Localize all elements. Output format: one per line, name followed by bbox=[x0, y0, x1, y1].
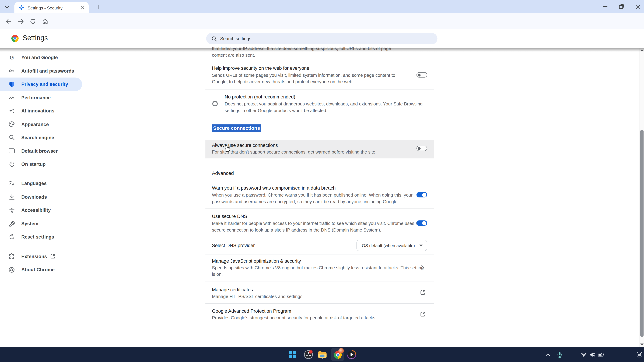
profile-badge bbox=[338, 348, 344, 354]
sidebar-item-languages[interactable]: Languages bbox=[0, 177, 94, 190]
password-warn-desc: When you use a password, Chrome warns yo… bbox=[212, 193, 413, 197]
always-secure-desc: For sites that don't support secure conn… bbox=[212, 149, 375, 154]
password-warn-title: Warn you if a password was compromised i… bbox=[212, 186, 336, 190]
manage-certs-link[interactable] bbox=[420, 289, 426, 295]
password-warn-toggle[interactable] bbox=[416, 192, 427, 197]
tray-overflow-button[interactable] bbox=[543, 350, 553, 360]
start-button[interactable] bbox=[288, 350, 297, 360]
scrollbar-thumb[interactable] bbox=[640, 130, 644, 337]
window-maximize-button[interactable] bbox=[615, 1, 628, 11]
home-button[interactable] bbox=[40, 17, 49, 25]
tab-search-button[interactable] bbox=[3, 3, 11, 11]
sidebar-item-label: On startup bbox=[21, 162, 46, 167]
sidebar-item-label: About Chrome bbox=[21, 267, 54, 272]
window-minimize-button[interactable] bbox=[599, 1, 611, 11]
chrome-taskbar-button[interactable] bbox=[333, 350, 342, 360]
advanced-header: Advanced bbox=[212, 170, 234, 176]
tab-close-button[interactable] bbox=[79, 4, 86, 11]
wifi-icon bbox=[580, 352, 586, 357]
sidebar-item-autofill[interactable]: Autofill and passwords bbox=[0, 64, 94, 77]
settings-gear-favicon bbox=[19, 5, 24, 10]
always-secure-title: Always use secure connections bbox=[212, 143, 278, 148]
sidebar-item-label: Performance bbox=[21, 95, 51, 100]
sidebar-gap bbox=[0, 171, 94, 177]
sidebar-item-label: Languages bbox=[21, 181, 47, 186]
intro-line: content are also sent. bbox=[212, 52, 255, 57]
sidebar-item-label: You and Google bbox=[21, 55, 58, 60]
sidebar-item-default-browser[interactable]: Default browser bbox=[0, 144, 94, 158]
scroll-down-arrow[interactable] bbox=[640, 344, 644, 346]
sidebar-item-label: Appearance bbox=[21, 122, 49, 127]
intro-clipped-line: that hides your IP address. If a site do… bbox=[212, 46, 391, 51]
puzzle-icon bbox=[8, 253, 15, 260]
back-button[interactable] bbox=[4, 17, 12, 25]
help-improve-toggle[interactable] bbox=[416, 72, 427, 78]
scroll-up-arrow[interactable] bbox=[640, 49, 644, 51]
close-icon bbox=[636, 4, 640, 9]
key-icon bbox=[8, 68, 15, 74]
sidebar-item-reset-settings[interactable]: Reset settings bbox=[0, 230, 94, 244]
sidebar-item-label: Autofill and passwords bbox=[21, 68, 74, 73]
sidebar-item-extensions[interactable]: Extensions bbox=[0, 250, 94, 263]
manage-js-desc: is on. bbox=[212, 272, 223, 277]
sidebar-item-accessibility[interactable]: Accessibility bbox=[0, 204, 94, 217]
obs-taskbar-button[interactable] bbox=[304, 350, 313, 360]
desktop-screen: Settings - Security bbox=[0, 0, 644, 362]
sidebar-item-on-startup[interactable]: On startup bbox=[0, 158, 94, 171]
divider bbox=[205, 303, 434, 304]
page-scrollbar[interactable] bbox=[639, 48, 644, 347]
no-protection-radio[interactable] bbox=[212, 101, 218, 106]
accessibility-icon bbox=[8, 207, 15, 213]
page-title: Settings bbox=[22, 34, 48, 42]
always-secure-toggle[interactable] bbox=[416, 146, 427, 151]
media-player-button[interactable] bbox=[347, 350, 356, 360]
microphone-tray-button[interactable] bbox=[554, 350, 564, 360]
minimize-icon bbox=[603, 6, 607, 7]
chevron-up-icon bbox=[546, 354, 550, 356]
help-improve-desc: Google, to help discover new threats and… bbox=[212, 79, 354, 84]
plus-icon bbox=[96, 4, 100, 9]
sidebar-item-label: Search engine bbox=[21, 135, 54, 140]
browser-tab[interactable]: Settings - Security bbox=[14, 2, 89, 13]
no-protection-desc: Does not protect you against dangerous w… bbox=[225, 101, 422, 106]
sidebar-item-appearance[interactable]: Appearance bbox=[0, 117, 94, 131]
sidebar-divider bbox=[0, 246, 94, 247]
notification-center-button[interactable] bbox=[634, 350, 644, 360]
sidebar-item-ai-innovations[interactable]: AI innovations bbox=[0, 104, 94, 117]
reload-button[interactable] bbox=[28, 17, 37, 25]
sidebar-item-search-engine[interactable]: Search engine bbox=[0, 131, 94, 144]
dns-provider-label: Select DNS provider bbox=[212, 243, 255, 248]
battery-tray-button[interactable] bbox=[596, 350, 606, 360]
power-icon bbox=[8, 161, 15, 167]
settings-search-input[interactable]: Search settings bbox=[206, 33, 437, 44]
forward-button[interactable] bbox=[16, 17, 25, 25]
sidebar-item-about-chrome[interactable]: About Chrome bbox=[0, 263, 94, 276]
search-icon bbox=[212, 36, 217, 41]
window-close-button[interactable] bbox=[632, 1, 644, 11]
divider bbox=[205, 254, 434, 254]
chrome-icon bbox=[8, 267, 15, 273]
speaker-icon bbox=[590, 352, 596, 357]
wifi-tray-button[interactable] bbox=[579, 350, 588, 360]
chevron-right-icon bbox=[421, 265, 424, 270]
external-link-icon bbox=[420, 311, 426, 317]
sidebar-item-label: System bbox=[21, 221, 38, 226]
manage-js-row-button[interactable] bbox=[420, 265, 426, 271]
dns-provider-select[interactable]: OS default (when available) bbox=[356, 240, 427, 251]
sidebar-item-system[interactable]: System bbox=[0, 217, 94, 230]
sidebar-item-performance[interactable]: Performance bbox=[0, 91, 94, 104]
help-improve-desc: Sends URLs of some pages you visit, limi… bbox=[212, 72, 395, 77]
sidebar-item-privacy-security[interactable]: Privacy and security bbox=[0, 78, 82, 91]
windows-taskbar: ENG US 11:42 pm 13 Oct 2025 bbox=[0, 347, 644, 362]
sidebar-item-you-and-google[interactable]: G You and Google bbox=[0, 51, 94, 64]
advanced-protection-link[interactable] bbox=[420, 311, 426, 317]
sidebar-item-downloads[interactable]: Downloads bbox=[0, 190, 94, 204]
wrench-icon bbox=[8, 221, 15, 227]
browser-toolbar: Chrome chrome://settings/security bbox=[0, 13, 644, 29]
windows-logo-icon bbox=[289, 351, 296, 358]
sidebar-item-label: Default browser bbox=[21, 148, 58, 153]
new-tab-button[interactable] bbox=[94, 3, 102, 10]
file-explorer-button[interactable] bbox=[318, 350, 327, 360]
secure-dns-toggle[interactable] bbox=[416, 220, 427, 226]
running-indicator bbox=[351, 358, 352, 359]
